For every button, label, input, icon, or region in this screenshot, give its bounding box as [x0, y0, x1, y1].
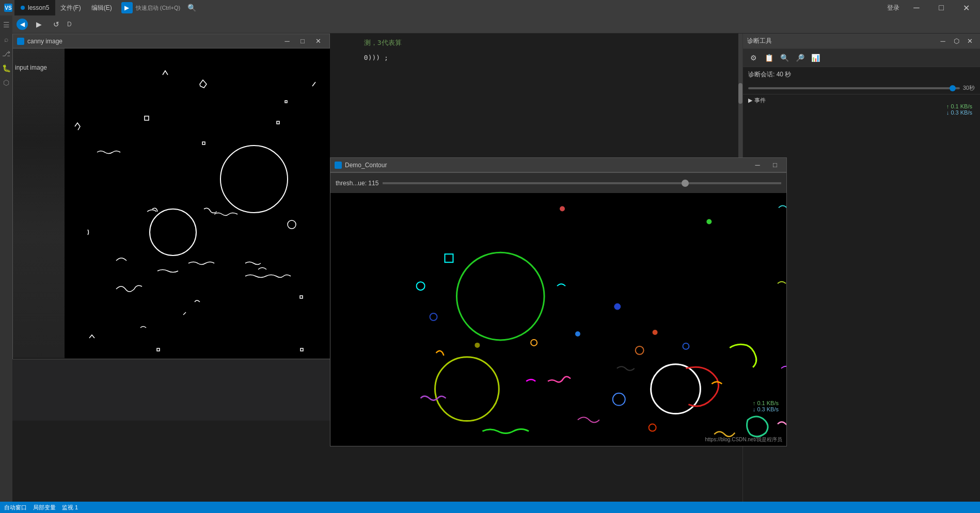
svg-point-23	[613, 393, 625, 406]
scrollbar-thumb[interactable]	[738, 83, 742, 104]
vscode-icon: VS	[4, 4, 12, 12]
activity-explorer[interactable]: ☰	[1, 20, 11, 30]
svg-rect-8	[300, 296, 303, 298]
titlebar-left: VS lesson5	[0, 0, 55, 15]
svg-rect-7	[157, 348, 160, 351]
svg-point-11	[435, 357, 499, 421]
diag-chart-btn[interactable]: 📊	[809, 52, 821, 64]
svg-point-22	[649, 424, 656, 431]
bottom-panel-content	[12, 359, 330, 363]
close-btn[interactable]: ✕	[954, 0, 978, 15]
diag-slider-thumb[interactable]	[950, 85, 956, 91]
net-up-stat: ↑ 0.1 KB/s	[946, 103, 972, 109]
demo-title: Demo_Contour	[345, 162, 747, 169]
svg-rect-5	[277, 121, 279, 124]
status-local-var[interactable]: 局部变量	[33, 504, 56, 511]
diag-settings-btn[interactable]: ⚙	[747, 52, 760, 64]
maximize-btn[interactable]: □	[929, 0, 953, 15]
diag-float-btn[interactable]: ⬡	[950, 35, 962, 47]
thresh-thumb[interactable]	[682, 180, 689, 187]
website-url-label: https://blog.CSDN.net/我是程序员	[705, 436, 783, 443]
input-image-label: input image	[13, 63, 49, 72]
activity-debug[interactable]: 🐛	[1, 63, 11, 73]
editor-toolbar: ◀ ▶ ↺ D	[12, 15, 980, 34]
activity-search[interactable]: ⌕	[1, 34, 11, 44]
thresh-slider[interactable]	[383, 182, 781, 184]
diag-panel-header: 诊断工具 ─ ⬡ ✕	[743, 34, 980, 49]
diag-toolbar: ⚙ 📋 🔍 🔎 📊	[743, 49, 980, 67]
canny-close[interactable]: ✕	[311, 36, 325, 47]
canny-minimize[interactable]: ─	[280, 36, 294, 47]
svg-point-24	[531, 340, 537, 346]
diag-pin-btn[interactable]: ─	[937, 35, 949, 47]
svg-point-14	[614, 303, 621, 310]
diag-slider-label: 30秒	[963, 84, 975, 92]
svg-point-0	[220, 146, 288, 213]
refresh-btn[interactable]: ↺	[50, 18, 63, 31]
code-punct-1: 0))) ;	[364, 54, 388, 61]
canny-window: canny image ─ □ ✕ input image	[12, 34, 330, 359]
diag-close-btn[interactable]: ✕	[963, 35, 976, 47]
net-down-stat: ↓ 0.3 KB/s	[946, 109, 972, 116]
go-back-btn[interactable]: ◀	[17, 19, 28, 30]
diag-title: 诊断工具	[747, 37, 934, 45]
canny-window-icon	[17, 38, 24, 45]
menu-edit[interactable]: 编辑(E)	[86, 2, 117, 14]
quick-launch-btn[interactable]: ▶	[121, 2, 133, 13]
bottom-panel	[12, 359, 330, 421]
colored-contours-svg	[330, 193, 786, 446]
titlebar-right: 登录 ─ □ ✕	[887, 0, 980, 15]
website-url: https://blog.CSDN.net/我是程序员	[705, 437, 783, 442]
canny-maximize[interactable]: □	[295, 36, 310, 47]
svg-point-18	[636, 346, 644, 355]
content-area: canny image ─ □ ✕ input image	[12, 34, 980, 502]
svg-point-2	[288, 220, 296, 229]
minimize-btn[interactable]: ─	[905, 0, 928, 15]
svg-rect-6	[285, 101, 287, 103]
editor-scrollbar[interactable]	[738, 34, 742, 157]
code-editor: 测，3代表算 0))) ;	[330, 34, 742, 157]
diag-zoom-btn[interactable]: 🔎	[794, 52, 806, 64]
login-label[interactable]: 登录	[887, 4, 899, 12]
svg-point-17	[653, 330, 658, 335]
title-tab[interactable]: lesson5	[14, 0, 55, 15]
diag-slider-container: 30秒	[743, 82, 980, 94]
code-comment-1: 测，3代表算	[364, 39, 402, 46]
canny-titlebar: canny image ─ □ ✕	[13, 34, 329, 49]
activity-extensions[interactable]: ⬡	[1, 77, 11, 88]
net-down-label: ↓ 0.3 KB/s	[946, 109, 972, 116]
search-icon[interactable]: 🔍	[187, 4, 196, 12]
svg-point-21	[706, 219, 712, 224]
activity-bar: ☰ ⌕ ⎇ 🐛 ⬡	[0, 15, 12, 502]
svg-point-15	[575, 331, 580, 336]
demo-maximize[interactable]: □	[768, 159, 782, 171]
canny-title: canny image	[27, 38, 277, 45]
svg-rect-9	[301, 348, 303, 351]
diag-collapse-icon[interactable]: ▶	[748, 97, 752, 104]
code-line-1: 测，3代表算	[338, 38, 734, 49]
breadcrumb: D	[67, 21, 72, 28]
menu-file[interactable]: 文件(F)	[55, 2, 86, 14]
svg-rect-4	[202, 142, 205, 145]
svg-point-20	[560, 206, 565, 211]
svg-point-19	[683, 343, 689, 349]
demo-net-stats: ↑ 0.1 KB/s ↓ 0.3 KB/s	[753, 400, 779, 412]
demo-net-down: ↓ 0.3 KB/s	[753, 406, 779, 412]
status-watch[interactable]: 监视 1	[62, 504, 78, 511]
activity-git[interactable]: ⎇	[1, 49, 11, 59]
diag-slider[interactable]	[748, 87, 960, 89]
demo-canvas: ↑ 0.1 KB/s ↓ 0.3 KB/s https://blog.CSDN.…	[330, 193, 786, 446]
diag-report-btn[interactable]: 📋	[763, 52, 775, 64]
demo-titlebar: Demo_Contour ─ □	[330, 158, 786, 172]
diag-search-btn[interactable]: 🔍	[778, 52, 791, 64]
net-up-label: ↑ 0.1 KB/s	[946, 103, 972, 109]
forward-btn[interactable]: ▶	[32, 18, 45, 31]
tab-dot	[21, 6, 25, 10]
status-auto-window[interactable]: 自动窗口	[4, 504, 27, 511]
diag-session: 诊断会话: 40 秒	[743, 67, 980, 82]
diag-events-header: ▶ 事件	[743, 94, 980, 106]
titlebar-menu: 文件(F) 编辑(E)	[55, 2, 117, 14]
demo-minimize[interactable]: ─	[750, 159, 765, 171]
diag-header-btns: ─ ⬡ ✕	[937, 35, 976, 47]
quick-launch-label: 快速启动 (Ctrl+Q)	[136, 4, 180, 12]
